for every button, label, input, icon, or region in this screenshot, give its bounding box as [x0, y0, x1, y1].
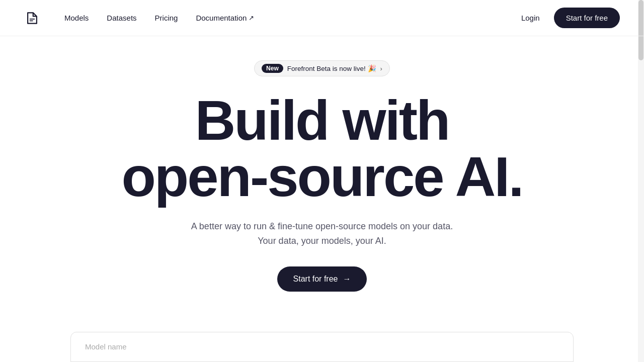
login-button[interactable]: Login	[515, 10, 546, 26]
external-link-icon: ↗	[249, 14, 254, 22]
hero-subheadline: A better way to run & fine-tune open-sou…	[191, 219, 453, 248]
badge-chevron-icon: ›	[380, 65, 382, 72]
badge-text: Forefront Beta is now live! 🎉	[287, 64, 376, 72]
badge-new-label: New	[262, 64, 283, 73]
cta-arrow-icon: →	[343, 275, 351, 284]
nav-left: Models Datasets Pricing Documentation ↗	[24, 10, 254, 26]
model-search-placeholder: Model name	[85, 342, 127, 351]
logo[interactable]	[24, 10, 40, 26]
nav-pricing[interactable]: Pricing	[155, 14, 178, 22]
cta-label: Start for free	[293, 275, 338, 284]
nav-models[interactable]: Models	[64, 14, 89, 22]
start-for-free-cta-button[interactable]: Start for free →	[277, 266, 367, 292]
navbar: Models Datasets Pricing Documentation ↗ …	[0, 0, 644, 36]
model-search-bar[interactable]: Model name	[70, 332, 574, 362]
announcement-badge[interactable]: New Forefront Beta is now live! 🎉 ›	[254, 60, 390, 76]
start-for-free-nav-button[interactable]: Start for free	[554, 8, 620, 28]
nav-documentation[interactable]: Documentation ↗	[196, 14, 254, 22]
hero-section: New Forefront Beta is now live! 🎉 › Buil…	[0, 36, 644, 316]
scrollbar[interactable]	[638, 0, 644, 362]
nav-right: Login Start for free	[515, 8, 620, 28]
nav-datasets[interactable]: Datasets	[107, 14, 136, 22]
hero-headline: Build with open-source AI.	[121, 93, 522, 205]
